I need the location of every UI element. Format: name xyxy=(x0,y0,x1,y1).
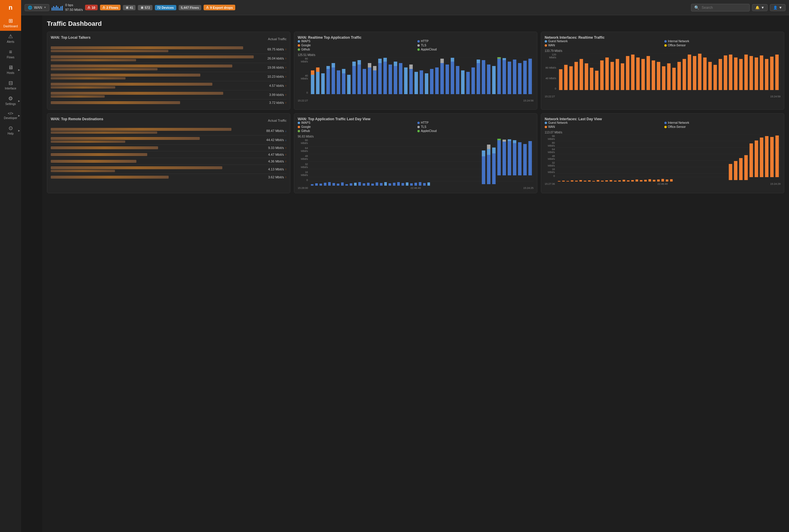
blurred-bar-1a xyxy=(51,46,243,49)
interfaces-legend: Guest Network Internal Network WAN Offic… xyxy=(545,40,781,47)
user-menu-button[interactable]: 👤 ▼ xyxy=(770,4,786,11)
svg-rect-15 xyxy=(316,68,319,72)
badge-alerts[interactable]: ⚠ 10 xyxy=(85,5,97,10)
remote-name-1 xyxy=(51,128,263,134)
remote-name-5 xyxy=(51,160,265,163)
svg-rect-39 xyxy=(394,66,397,94)
legend-label-guest: Guest Network xyxy=(548,40,567,43)
svg-rect-153 xyxy=(419,182,421,186)
svg-rect-84 xyxy=(590,68,594,90)
sidebar-item-alerts[interactable]: ⚠ Alerts xyxy=(0,31,21,46)
sidebar-item-dashboard[interactable]: ⊞ Dashboard xyxy=(0,15,21,31)
remote-traffic-5: 4.36 Mbit/s ↑ xyxy=(268,159,286,163)
svg-rect-182 xyxy=(558,181,561,182)
svg-rect-103 xyxy=(688,55,691,90)
svg-rect-193 xyxy=(605,180,608,182)
svg-rect-14 xyxy=(316,72,319,94)
last-day-app-chart-with-yaxis: 80 Mbit/s 64 Mbit/s 48 Mbit/s 32 Mbit/s … xyxy=(298,139,533,186)
svg-rect-183 xyxy=(562,180,565,182)
sidebar-item-hosts[interactable]: 🖥 Hosts ▶ xyxy=(0,62,21,77)
sidebar-label-alerts: Alerts xyxy=(7,40,14,43)
svg-rect-186 xyxy=(575,180,578,182)
sidebar-item-developer[interactable]: </> Developer ▶ xyxy=(0,109,21,122)
search-input[interactable] xyxy=(701,5,747,10)
panel-title-realtime-interfaces: Network Interfaces: Realtime Traffic xyxy=(545,36,604,40)
svg-rect-138 xyxy=(354,183,357,186)
legend-item-guest-ld: Guest Network xyxy=(545,121,661,125)
badge-export-label: 9 Export drops xyxy=(210,6,233,10)
sidebar-item-interface[interactable]: ⊟ Interface xyxy=(0,77,21,93)
legend-dot-guest-ld xyxy=(545,122,547,124)
talker-traffic-7: 3.72 kbit/s ↑ xyxy=(269,101,286,104)
svg-rect-104 xyxy=(693,56,697,90)
badge-72-devices[interactable]: 72 Devices xyxy=(155,5,176,10)
table-row: 3.62 Mbit/s ↑ xyxy=(51,174,286,180)
badge-devices-572[interactable]: 🖥 572 xyxy=(138,5,152,10)
svg-rect-106 xyxy=(703,57,707,90)
badge-devices-41[interactable]: 🖥 41 xyxy=(123,5,135,10)
svg-rect-95 xyxy=(647,56,650,90)
remote-traffic-6: 4.13 Mbit/s ↑ xyxy=(268,168,286,171)
arrow-up-icon-5: ↑ xyxy=(285,84,286,88)
ts-end-rt-iface: 15:24:59 xyxy=(770,95,781,98)
sidebar-label-help: Help xyxy=(7,132,14,135)
svg-rect-151 xyxy=(410,183,413,186)
svg-rect-157 xyxy=(482,150,485,156)
svg-rect-1 xyxy=(53,6,54,11)
realtime-interfaces-peak: 133.79 Mbit/s xyxy=(545,49,781,53)
badge-alerts-label: 10 xyxy=(92,6,95,10)
svg-rect-12 xyxy=(311,75,315,94)
wan-selector[interactable]: 🌐 WAN ▼ xyxy=(25,4,49,11)
table-row: 4.57 kbit/s ↑ xyxy=(51,81,286,90)
svg-rect-160 xyxy=(487,145,490,149)
interface-icon: ⊟ xyxy=(8,80,13,86)
svg-rect-80 xyxy=(569,66,573,90)
legend-item-office-ld: Office-Sensor xyxy=(664,125,781,129)
svg-rect-205 xyxy=(657,179,660,182)
svg-rect-140 xyxy=(362,183,365,186)
legend-label-internal: Internal Network xyxy=(668,40,689,43)
arrow-down-icon-1: ↓ xyxy=(285,129,286,133)
notifications-button[interactable]: 🔔 ▼ xyxy=(752,4,768,11)
badge-export-drops[interactable]: ⚠ 9 Export drops xyxy=(204,5,235,10)
svg-rect-61 xyxy=(482,60,485,94)
svg-rect-202 xyxy=(644,180,647,182)
app-logo[interactable]: n xyxy=(0,0,21,15)
legend-label-http: HTTP xyxy=(421,40,429,43)
sidebar-item-help[interactable]: ⊙ Help ▶ xyxy=(0,122,21,138)
legend-dot-imaps xyxy=(298,40,300,42)
blurred-bar-r5a xyxy=(51,160,136,163)
badge-flows-count[interactable]: 5,447 Flows xyxy=(179,5,202,10)
svg-rect-47 xyxy=(425,73,428,94)
traffic-value-7: 3.72 kbit/s xyxy=(269,101,284,104)
svg-rect-81 xyxy=(575,62,578,90)
legend-item-google: Google xyxy=(298,44,414,47)
svg-rect-100 xyxy=(672,68,676,90)
svg-rect-171 xyxy=(518,142,522,175)
svg-rect-134 xyxy=(337,184,339,186)
traffic-bars xyxy=(52,5,63,11)
legend-dot-internal xyxy=(664,40,667,42)
legend-label-guest-ld: Guest Network xyxy=(548,121,567,125)
remote-name-2 xyxy=(51,137,263,143)
badge-flows[interactable]: ⚠ 2 Flows xyxy=(100,5,120,10)
talker-name-2 xyxy=(51,55,265,61)
svg-rect-200 xyxy=(636,179,638,182)
legend-label-office-ld: Office-Sensor xyxy=(668,125,686,129)
svg-rect-211 xyxy=(739,158,743,180)
sidebar-item-flows[interactable]: ≡ Flows xyxy=(0,46,21,62)
blurred-bar-4b xyxy=(51,77,126,79)
sidebar-item-settings[interactable]: ⚙ Settings ▶ xyxy=(0,93,21,109)
realtime-interfaces-timestamps: 15:22:27 15:24:59 xyxy=(545,95,781,98)
legend-label-appleicloud: AppleiCloud xyxy=(421,48,437,51)
legend-label-google-ld: Google xyxy=(301,125,311,129)
realtime-interfaces-chart-area: 133.79 Mbit/s 120 Mbit/s 80 Mbit/s 40 Mb… xyxy=(545,49,781,98)
svg-rect-189 xyxy=(588,180,591,182)
settings-icon: ⚙ xyxy=(8,96,13,101)
legend-label-github-ld: Github xyxy=(301,129,310,133)
badge-72-label: 72 Devices xyxy=(157,6,174,10)
settings-chevron-icon: ▶ xyxy=(18,99,20,102)
svg-rect-86 xyxy=(600,60,604,90)
traffic-value-3: 19.06 kbit/s xyxy=(267,66,284,69)
talker-name-3 xyxy=(51,64,265,70)
